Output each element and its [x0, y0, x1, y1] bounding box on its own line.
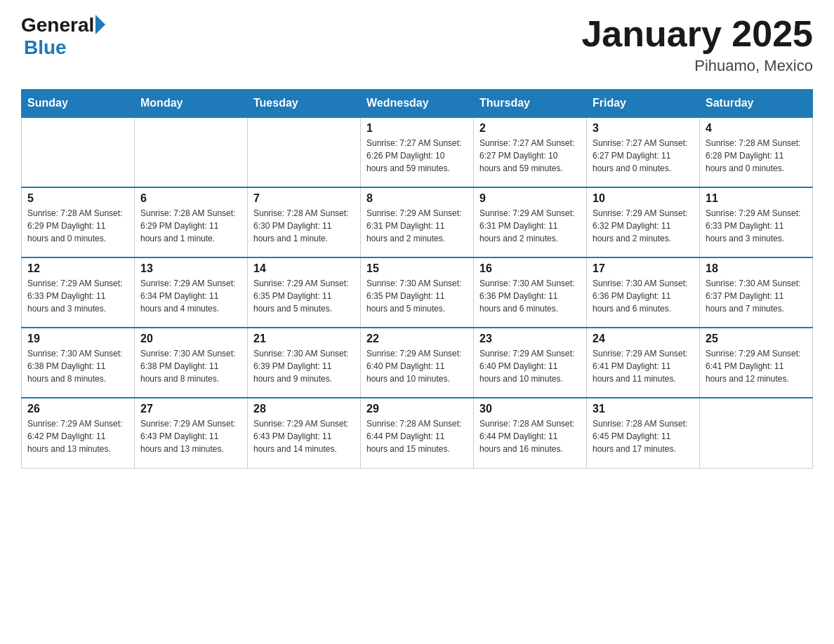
calendar-cell: 3Sunrise: 7:27 AM Sunset: 6:27 PM Daylig… — [587, 117, 700, 187]
calendar-cell: 1Sunrise: 7:27 AM Sunset: 6:26 PM Daylig… — [361, 117, 474, 187]
header-wednesday: Wednesday — [361, 90, 474, 118]
day-number: 16 — [479, 262, 581, 275]
day-info: Sunrise: 7:28 AM Sunset: 6:44 PM Dayligh… — [479, 417, 581, 455]
day-info: Sunrise: 7:29 AM Sunset: 6:41 PM Dayligh… — [706, 347, 807, 385]
header-thursday: Thursday — [474, 90, 587, 118]
day-info: Sunrise: 7:30 AM Sunset: 6:36 PM Dayligh… — [593, 277, 694, 315]
day-number: 18 — [706, 262, 807, 275]
day-number: 17 — [593, 262, 694, 275]
day-number: 21 — [253, 333, 355, 345]
day-number: 23 — [479, 333, 581, 345]
logo: General Blue — [21, 14, 105, 59]
week-row-3: 12Sunrise: 7:29 AM Sunset: 6:33 PM Dayli… — [22, 257, 813, 328]
day-number: 9 — [479, 192, 581, 205]
calendar-cell: 7Sunrise: 7:28 AM Sunset: 6:30 PM Daylig… — [248, 187, 361, 257]
day-number: 27 — [140, 403, 241, 415]
day-info: Sunrise: 7:29 AM Sunset: 6:41 PM Dayligh… — [593, 347, 694, 385]
calendar-cell: 18Sunrise: 7:30 AM Sunset: 6:37 PM Dayli… — [700, 257, 813, 328]
day-number: 3 — [593, 122, 694, 135]
calendar-cell: 14Sunrise: 7:29 AM Sunset: 6:35 PM Dayli… — [248, 257, 361, 328]
calendar-cell: 20Sunrise: 7:30 AM Sunset: 6:38 PM Dayli… — [135, 328, 248, 398]
calendar-cell — [135, 117, 248, 187]
day-info: Sunrise: 7:27 AM Sunset: 6:26 PM Dayligh… — [366, 137, 468, 175]
week-row-4: 19Sunrise: 7:30 AM Sunset: 6:38 PM Dayli… — [22, 328, 813, 398]
day-info: Sunrise: 7:29 AM Sunset: 6:43 PM Dayligh… — [253, 417, 355, 455]
day-info: Sunrise: 7:30 AM Sunset: 6:37 PM Dayligh… — [706, 277, 807, 315]
day-info: Sunrise: 7:28 AM Sunset: 6:45 PM Dayligh… — [593, 417, 694, 455]
calendar-cell: 28Sunrise: 7:29 AM Sunset: 6:43 PM Dayli… — [248, 398, 361, 468]
calendar-cell: 11Sunrise: 7:29 AM Sunset: 6:33 PM Dayli… — [700, 187, 813, 257]
day-number: 5 — [27, 192, 128, 205]
calendar-cell: 21Sunrise: 7:30 AM Sunset: 6:39 PM Dayli… — [248, 328, 361, 398]
calendar-cell: 23Sunrise: 7:29 AM Sunset: 6:40 PM Dayli… — [474, 328, 587, 398]
calendar-cell: 24Sunrise: 7:29 AM Sunset: 6:41 PM Dayli… — [587, 328, 700, 398]
week-row-2: 5Sunrise: 7:28 AM Sunset: 6:29 PM Daylig… — [22, 187, 813, 257]
header-friday: Friday — [587, 90, 700, 118]
day-number: 22 — [366, 333, 468, 345]
calendar-cell: 22Sunrise: 7:29 AM Sunset: 6:40 PM Dayli… — [361, 328, 474, 398]
day-number: 10 — [593, 192, 694, 205]
day-number: 19 — [27, 333, 128, 345]
day-number: 11 — [706, 192, 807, 205]
day-number: 4 — [706, 122, 807, 135]
calendar-cell: 2Sunrise: 7:27 AM Sunset: 6:27 PM Daylig… — [474, 117, 587, 187]
day-info: Sunrise: 7:29 AM Sunset: 6:40 PM Dayligh… — [366, 347, 468, 385]
logo-blue-text: Blue — [24, 36, 67, 59]
calendar-table: SundayMondayTuesdayWednesdayThursdayFrid… — [21, 89, 813, 469]
day-info: Sunrise: 7:30 AM Sunset: 6:38 PM Dayligh… — [140, 347, 241, 385]
day-info: Sunrise: 7:28 AM Sunset: 6:29 PM Dayligh… — [140, 207, 241, 245]
calendar-cell: 15Sunrise: 7:30 AM Sunset: 6:35 PM Dayli… — [361, 257, 474, 328]
page-header: General Blue January 2025 Pihuamo, Mexic… — [21, 14, 813, 75]
day-info: Sunrise: 7:29 AM Sunset: 6:31 PM Dayligh… — [366, 207, 468, 245]
day-info: Sunrise: 7:29 AM Sunset: 6:42 PM Dayligh… — [27, 417, 128, 455]
day-info: Sunrise: 7:29 AM Sunset: 6:33 PM Dayligh… — [27, 277, 128, 315]
calendar-cell — [700, 398, 813, 468]
calendar-cell: 10Sunrise: 7:29 AM Sunset: 6:32 PM Dayli… — [587, 187, 700, 257]
header-tuesday: Tuesday — [248, 90, 361, 118]
calendar-cell: 4Sunrise: 7:28 AM Sunset: 6:28 PM Daylig… — [700, 117, 813, 187]
day-number: 2 — [479, 122, 581, 135]
calendar-cell — [248, 117, 361, 187]
calendar-cell: 27Sunrise: 7:29 AM Sunset: 6:43 PM Dayli… — [135, 398, 248, 468]
day-number: 28 — [253, 403, 355, 415]
day-number: 7 — [253, 192, 355, 205]
day-info: Sunrise: 7:28 AM Sunset: 6:30 PM Dayligh… — [253, 207, 355, 245]
day-number: 13 — [140, 262, 241, 275]
calendar-cell: 12Sunrise: 7:29 AM Sunset: 6:33 PM Dayli… — [22, 257, 135, 328]
day-number: 24 — [593, 333, 694, 345]
day-info: Sunrise: 7:28 AM Sunset: 6:29 PM Dayligh… — [27, 207, 128, 245]
calendar-cell: 6Sunrise: 7:28 AM Sunset: 6:29 PM Daylig… — [135, 187, 248, 257]
calendar-cell: 9Sunrise: 7:29 AM Sunset: 6:31 PM Daylig… — [474, 187, 587, 257]
calendar-subtitle: Pihuamo, Mexico — [581, 57, 813, 75]
calendar-cell — [22, 117, 135, 187]
day-number: 15 — [366, 262, 468, 275]
day-info: Sunrise: 7:27 AM Sunset: 6:27 PM Dayligh… — [593, 137, 694, 175]
day-number: 30 — [479, 403, 581, 415]
day-info: Sunrise: 7:30 AM Sunset: 6:39 PM Dayligh… — [253, 347, 355, 385]
header-saturday: Saturday — [700, 90, 813, 118]
day-info: Sunrise: 7:29 AM Sunset: 6:43 PM Dayligh… — [140, 417, 241, 455]
day-info: Sunrise: 7:30 AM Sunset: 6:36 PM Dayligh… — [479, 277, 581, 315]
calendar-cell: 8Sunrise: 7:29 AM Sunset: 6:31 PM Daylig… — [361, 187, 474, 257]
day-number: 12 — [27, 262, 128, 275]
day-number: 25 — [706, 333, 807, 345]
calendar-cell: 31Sunrise: 7:28 AM Sunset: 6:45 PM Dayli… — [587, 398, 700, 468]
logo-general-text: General — [21, 14, 94, 36]
day-info: Sunrise: 7:29 AM Sunset: 6:34 PM Dayligh… — [140, 277, 241, 315]
calendar-cell: 13Sunrise: 7:29 AM Sunset: 6:34 PM Dayli… — [135, 257, 248, 328]
header-sunday: Sunday — [22, 90, 135, 118]
day-info: Sunrise: 7:29 AM Sunset: 6:40 PM Dayligh… — [479, 347, 581, 385]
day-number: 26 — [27, 403, 128, 415]
calendar-cell: 5Sunrise: 7:28 AM Sunset: 6:29 PM Daylig… — [22, 187, 135, 257]
day-info: Sunrise: 7:30 AM Sunset: 6:38 PM Dayligh… — [27, 347, 128, 385]
day-number: 29 — [366, 403, 468, 415]
day-info: Sunrise: 7:29 AM Sunset: 6:33 PM Dayligh… — [706, 207, 807, 245]
day-info: Sunrise: 7:29 AM Sunset: 6:35 PM Dayligh… — [253, 277, 355, 315]
logo-arrow-icon — [95, 15, 105, 34]
day-number: 1 — [366, 122, 468, 135]
week-row-1: 1Sunrise: 7:27 AM Sunset: 6:26 PM Daylig… — [22, 117, 813, 187]
day-number: 6 — [140, 192, 241, 205]
week-row-5: 26Sunrise: 7:29 AM Sunset: 6:42 PM Dayli… — [22, 398, 813, 468]
day-number: 14 — [253, 262, 355, 275]
day-info: Sunrise: 7:27 AM Sunset: 6:27 PM Dayligh… — [479, 137, 581, 175]
